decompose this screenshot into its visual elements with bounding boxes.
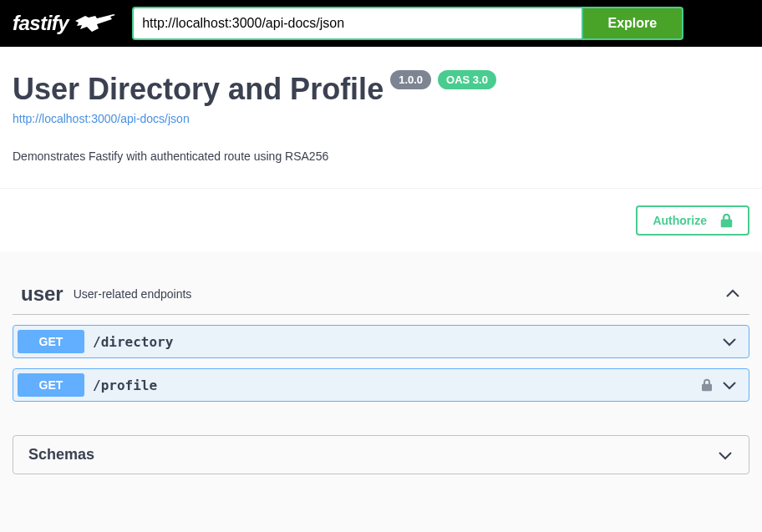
tag-header[interactable]: user User-related endpoints xyxy=(13,274,749,315)
chevron-down-icon[interactable] xyxy=(721,333,738,350)
schemas-title: Schemas xyxy=(28,446,717,464)
logo-text: fastify xyxy=(13,12,69,35)
tag-name: user xyxy=(21,282,64,306)
authorize-label: Authorize xyxy=(653,214,707,227)
auth-section: Authorize xyxy=(0,189,762,252)
chevron-down-icon xyxy=(717,447,734,464)
operation-path: /directory xyxy=(93,334,721,350)
api-description: Demonstrates Fastify with authenticated … xyxy=(13,149,749,163)
method-badge-get: GET xyxy=(18,330,84,353)
url-form: Explore xyxy=(132,7,683,40)
logo: fastify xyxy=(13,12,115,35)
operation-row[interactable]: GET /directory xyxy=(13,325,749,358)
topbar: fastify Explore xyxy=(0,0,762,47)
operation-row[interactable]: GET /profile xyxy=(13,368,749,402)
info-section: User Directory and Profile 1.0.0 OAS 3.0… xyxy=(0,47,762,189)
schemas-section[interactable]: Schemas xyxy=(13,435,749,474)
chevron-down-icon[interactable] xyxy=(721,377,738,393)
title-row: User Directory and Profile 1.0.0 OAS 3.0 xyxy=(13,72,749,107)
tag-section-user: user User-related endpoints GET /directo… xyxy=(13,274,749,402)
operation-controls xyxy=(721,333,744,350)
version-badge: 1.0.0 xyxy=(390,70,431,89)
authorize-button[interactable]: Authorize xyxy=(636,205,749,236)
fastify-icon xyxy=(74,12,115,35)
oas-badge: OAS 3.0 xyxy=(438,70,496,89)
explore-button[interactable]: Explore xyxy=(582,7,684,40)
base-url-link[interactable]: http://localhost:3000/api-docs/json xyxy=(13,112,190,125)
operation-controls xyxy=(701,377,744,393)
spec-url-input[interactable] xyxy=(132,7,581,40)
tag-description: User-related endpoints xyxy=(74,287,724,301)
method-badge-get: GET xyxy=(18,373,84,397)
content: user User-related endpoints GET /directo… xyxy=(0,274,762,499)
chevron-up-icon xyxy=(724,286,741,302)
lock-icon xyxy=(701,378,713,392)
operation-path: /profile xyxy=(93,377,701,393)
api-title: User Directory and Profile xyxy=(13,72,384,107)
lock-icon xyxy=(720,213,733,228)
